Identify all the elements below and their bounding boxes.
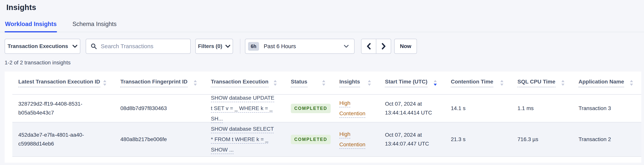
results-count: 1-2 of 2 transaction insights (4, 60, 644, 66)
search-input[interactable] (100, 43, 185, 50)
table-row: 328729d2-ff19-4408-8531-b05a5b4e43c7 08d… (12, 95, 641, 122)
time-forward-button[interactable] (376, 39, 391, 54)
now-button-label: Now (400, 43, 411, 49)
column-header-application-name[interactable]: Application Name (572, 79, 641, 87)
insight-type-dropdown[interactable]: Transaction Executions (4, 39, 80, 54)
latest-transaction-execution-id: 452da3e7-e7fa-4801-aa40-c59988d14eb6 (18, 130, 97, 148)
sort-icon-active-desc[interactable] (433, 80, 437, 86)
chevron-right-icon (382, 43, 386, 50)
chevron-down-icon (72, 45, 78, 48)
filters-button-label: Filters (0) (198, 43, 222, 49)
tab-bar: Workload Insights Schema Insights (0, 21, 644, 32)
column-header-transaction-fingerprint-id[interactable]: Transaction Fingerprint ID (114, 79, 205, 87)
time-nav-arrows (361, 39, 391, 54)
start-time: Oct 07, 2024 at 13:44:07.447 UTC (385, 130, 437, 148)
contention-time: 21.3 s (451, 136, 466, 142)
start-time: Oct 07, 2024 at 13:44:14.4414 UTC (385, 99, 437, 117)
search-icon (91, 43, 97, 49)
transaction-fingerprint-id: 480a8b217be006fe (120, 136, 167, 142)
sort-icon[interactable] (103, 80, 107, 86)
sort-icon[interactable] (193, 80, 197, 86)
insight-link[interactable]: High Contention (339, 129, 371, 150)
column-header-status[interactable]: Status (285, 79, 333, 87)
column-header-sql-cpu-time[interactable]: SQL CPU Time (512, 79, 572, 87)
chevron-down-icon (344, 45, 349, 48)
chevron-left-icon (367, 43, 371, 50)
sql-cpu-time: 716.3 µs (518, 136, 538, 142)
table-header-row: Latest Transaction Execution ID Transact… (12, 72, 641, 95)
time-back-button[interactable] (361, 39, 376, 54)
sort-icon[interactable] (561, 80, 565, 86)
sort-icon[interactable] (322, 80, 326, 86)
transaction-execution-link[interactable]: SHOW database SELECT * FROM t WHERE k = … (211, 124, 276, 155)
column-header-transaction-execution[interactable]: Transaction Execution (205, 79, 285, 87)
search-box[interactable] (86, 39, 191, 54)
transaction-fingerprint-id: 08d8b7d97f830463 (120, 105, 167, 111)
column-header-start-time[interactable]: Start Time (UTC) (379, 79, 445, 87)
insight-link[interactable]: High Contention (339, 98, 371, 119)
table-row: 452da3e7-e7fa-4801-aa40-c59988d14eb6 480… (12, 122, 641, 157)
time-range-badge: 6h (248, 42, 259, 51)
chevron-down-icon (225, 45, 230, 48)
column-header-insights[interactable]: Insights (333, 79, 379, 87)
sort-icon[interactable] (500, 80, 504, 86)
filters-button[interactable]: Filters (0) (195, 39, 233, 54)
status-badge: COMPLETED (291, 135, 331, 144)
page-title: Insights (0, 0, 644, 12)
tab-schema-insights-label: Schema Insights (72, 21, 116, 27)
sort-icon[interactable] (273, 80, 277, 86)
contention-time: 14.1 s (451, 105, 466, 111)
latest-transaction-execution-id: 328729d2-ff19-4408-8531-b05a5b4e43c7 (18, 99, 97, 117)
sort-icon[interactable] (630, 80, 634, 86)
sort-icon[interactable] (368, 80, 371, 86)
toolbar-divider (240, 39, 240, 54)
toolbar: Transaction Executions Filters (0) 6h Pa… (0, 39, 644, 54)
column-header-contention-time[interactable]: Contention Time (445, 79, 512, 87)
insight-type-dropdown-label: Transaction Executions (8, 43, 68, 49)
tab-workload-insights-label: Workload Insights (5, 21, 56, 27)
column-header-latest-transaction-execution-id[interactable]: Latest Transaction Execution ID (12, 79, 114, 87)
application-name: Transaction 2 (578, 136, 611, 142)
transaction-execution-link[interactable]: SHOW database UPDATE t SET v = _ WHERE k… (211, 93, 276, 124)
tab-schema-insights[interactable]: Schema Insights (72, 21, 117, 32)
sql-cpu-time: 1.1 ms (518, 105, 534, 111)
time-range-label: Past 6 Hours (264, 43, 344, 50)
insights-page: Insights Workload Insights Schema Insigh… (0, 0, 644, 165)
tab-workload-insights[interactable]: Workload Insights (4, 21, 57, 32)
insights-table: Latest Transaction Execution ID Transact… (4, 72, 641, 163)
time-range-picker[interactable]: 6h Past 6 Hours (245, 39, 354, 54)
now-button[interactable]: Now (394, 39, 417, 54)
application-name: Transaction 3 (578, 105, 611, 111)
status-badge: COMPLETED (291, 104, 331, 113)
